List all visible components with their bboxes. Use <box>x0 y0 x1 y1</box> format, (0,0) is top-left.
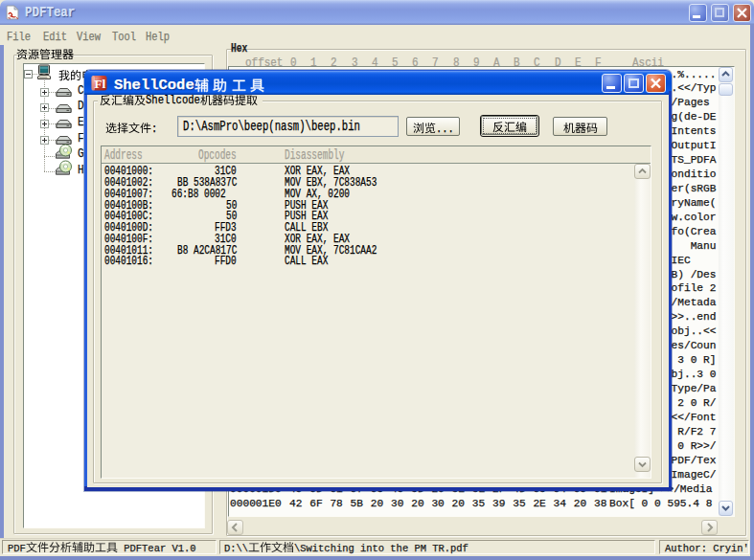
svg-text:Fl: Fl <box>94 77 105 91</box>
